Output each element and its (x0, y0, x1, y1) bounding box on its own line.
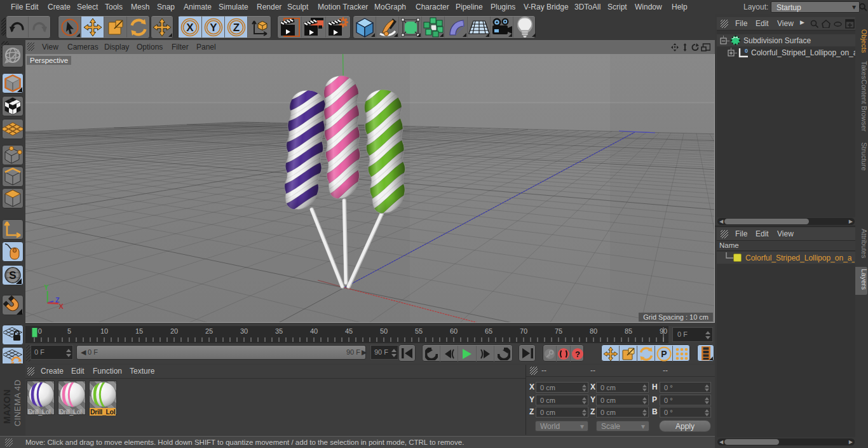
svg-text:60: 60 (450, 327, 458, 335)
svg-text:Y: Y (210, 22, 217, 34)
svg-text:S: S (9, 269, 16, 282)
svg-text:25: 25 (205, 327, 213, 335)
svg-text:85: 85 (625, 327, 632, 335)
svg-text:65: 65 (485, 327, 492, 335)
svg-text:10: 10 (100, 327, 108, 335)
svg-text:Y: Y (44, 283, 49, 291)
svg-text:5: 5 (67, 327, 71, 335)
svg-text:P: P (661, 349, 667, 359)
svg-text:40: 40 (310, 327, 318, 335)
svg-text:50: 50 (380, 327, 388, 335)
svg-text:45: 45 (345, 327, 353, 335)
svg-text:0: 0 (38, 327, 42, 335)
svg-text:Z: Z (233, 22, 239, 34)
svg-text:?: ? (575, 349, 580, 358)
svg-text:30: 30 (240, 327, 248, 335)
svg-text:0: 0 (745, 48, 748, 54)
svg-text:75: 75 (555, 327, 562, 335)
svg-text:X: X (186, 22, 194, 34)
svg-text:15: 15 (135, 327, 143, 335)
svg-text:55: 55 (415, 327, 423, 335)
svg-text:35: 35 (275, 327, 283, 335)
svg-text:70: 70 (520, 327, 527, 335)
svg-text:80: 80 (590, 327, 597, 335)
svg-text:20: 20 (170, 327, 178, 335)
svg-text:X: X (59, 302, 64, 310)
